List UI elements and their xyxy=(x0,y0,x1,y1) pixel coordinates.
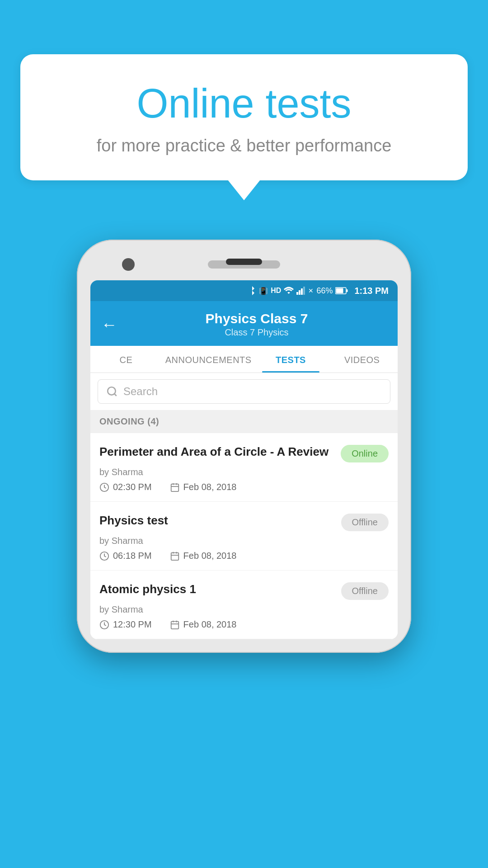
status-badge: Offline xyxy=(341,514,389,531)
status-time: 1:13 PM xyxy=(354,286,389,296)
test-author: by Sharma xyxy=(99,467,389,477)
svg-rect-10 xyxy=(171,484,178,491)
test-date: Feb 08, 2018 xyxy=(183,619,237,630)
svg-rect-20 xyxy=(171,621,178,629)
svg-point-7 xyxy=(108,387,115,395)
test-date: Feb 08, 2018 xyxy=(183,551,237,561)
header-title-area: Physics Class 7 Class 7 Physics xyxy=(127,311,387,338)
bubble-title: Online tests xyxy=(47,81,441,126)
clock-icon xyxy=(99,551,109,561)
test-meta: 02:30 PM Feb 08, 2018 xyxy=(99,482,389,492)
breadcrumb: Class 7 Physics xyxy=(127,327,387,338)
clock-icon xyxy=(99,620,109,630)
test-time: 06:18 PM xyxy=(113,551,152,561)
back-button[interactable]: ← xyxy=(101,315,117,334)
search-bar-container: Search xyxy=(90,373,398,410)
clock-icon xyxy=(99,482,109,492)
test-time: 12:30 PM xyxy=(113,619,152,630)
battery-icon xyxy=(335,287,348,294)
test-date: Feb 08, 2018 xyxy=(183,482,237,492)
svg-rect-1 xyxy=(299,290,300,295)
signal-icon xyxy=(296,287,305,295)
tab-announcements[interactable]: ANNOUNCEMENTS xyxy=(162,346,255,373)
hd-icon: HD xyxy=(271,287,281,295)
test-title: Perimeter and Area of a Circle - A Revie… xyxy=(99,444,341,460)
test-title: Physics test xyxy=(99,513,341,528)
no-signal-icon: ✕ xyxy=(308,287,314,294)
search-icon xyxy=(106,386,118,397)
test-author: by Sharma xyxy=(99,536,389,546)
svg-rect-5 xyxy=(336,288,343,293)
status-icons: 📳 HD ✕ 66% xyxy=(248,286,348,296)
page-title: Physics Class 7 xyxy=(127,311,387,326)
phone-home-button xyxy=(226,259,262,265)
phone-top-bar xyxy=(90,253,398,276)
vibrate-icon: 📳 xyxy=(259,287,268,295)
test-author: by Sharma xyxy=(99,604,389,615)
status-badge: Online xyxy=(341,445,389,462)
phone-screen: 📳 HD ✕ 66% xyxy=(90,280,398,639)
list-item[interactable]: Physics test Offline by Sharma 06:18 PM xyxy=(90,502,398,571)
test-title: Atomic physics 1 xyxy=(99,581,341,597)
tab-videos[interactable]: VIDEOS xyxy=(326,346,398,373)
status-bar: 📳 HD ✕ 66% xyxy=(90,280,398,301)
svg-rect-2 xyxy=(301,288,303,295)
wifi-icon xyxy=(284,287,294,295)
list-item[interactable]: Atomic physics 1 Offline by Sharma 12:30… xyxy=(90,571,398,639)
calendar-icon xyxy=(170,482,180,492)
tab-ce[interactable]: CE xyxy=(90,346,162,373)
svg-rect-0 xyxy=(296,292,298,295)
search-input-wrap[interactable]: Search xyxy=(98,379,390,404)
tab-tests[interactable]: TESTS xyxy=(255,346,327,373)
bluetooth-icon xyxy=(248,286,256,296)
list-item[interactable]: Perimeter and Area of a Circle - A Revie… xyxy=(90,433,398,502)
svg-rect-6 xyxy=(347,289,348,292)
svg-rect-15 xyxy=(171,552,178,560)
calendar-icon xyxy=(170,551,180,561)
promo-bubble: Online tests for more practice & better … xyxy=(20,54,468,180)
tab-bar: CE ANNOUNCEMENTS TESTS VIDEOS xyxy=(90,346,398,373)
battery-percent: 66% xyxy=(316,286,333,296)
phone-frame: 📳 HD ✕ 66% xyxy=(77,240,411,653)
search-input[interactable]: Search xyxy=(123,385,158,398)
bubble-subtitle: for more practice & better performance xyxy=(47,136,441,156)
test-meta: 12:30 PM Feb 08, 2018 xyxy=(99,619,389,630)
status-badge: Offline xyxy=(341,582,389,600)
calendar-icon xyxy=(170,620,180,630)
test-meta: 06:18 PM Feb 08, 2018 xyxy=(99,551,389,561)
svg-rect-3 xyxy=(303,287,305,295)
app-header: ← Physics Class 7 Class 7 Physics xyxy=(90,301,398,346)
section-header: ONGOING (4) xyxy=(90,410,398,433)
phone-camera xyxy=(122,258,135,271)
test-time: 02:30 PM xyxy=(113,482,152,492)
svg-line-8 xyxy=(114,394,117,396)
